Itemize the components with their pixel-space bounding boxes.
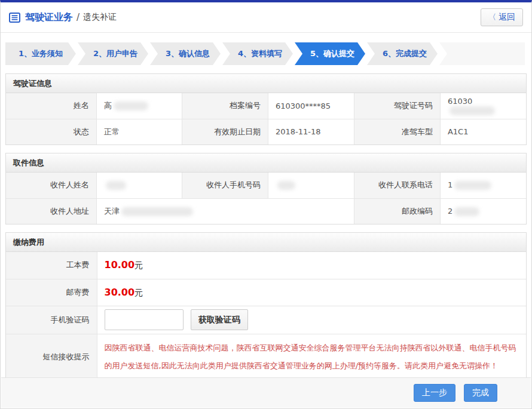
table-row: 短信接收提示 因陕西省联通、电信运营商技术问题，陕西省互联网交通安全综合服务管理… xyxy=(6,334,526,380)
back-button[interactable]: 〈返回 xyxy=(481,8,523,26)
field-label-expiry-date: 有效期止日期 xyxy=(182,119,268,144)
footer-action-bar: 上一步 完成 xyxy=(1,377,531,408)
redacted-value-blur xyxy=(121,207,193,216)
value-text: 正常 xyxy=(104,127,120,136)
value-text: 610300****85 xyxy=(276,102,331,110)
field-sms-code: 获取验证码 xyxy=(97,306,526,334)
value-text: 1 xyxy=(448,180,452,189)
field-sms-notice: 因陕西省联通、电信运营商技术问题，陕西省互联网交通安全综合服务管理平台无法向持陕… xyxy=(97,334,526,380)
section-fees: 缴纳费用 工本费 10.00元 邮寄费 30.00元 手机验证码 获取验证码 短… xyxy=(5,232,527,381)
field-value-name: 高 xyxy=(96,93,182,119)
pickup-table: 收件人姓名 收件人手机号码 收件人联系电话 1 收件人地址 天津 邮政编码 2 xyxy=(6,173,526,224)
field-label-production-fee: 工本费 xyxy=(6,252,97,279)
value-text: 天津 xyxy=(104,207,120,216)
step-wizard: 1、业务须知 2、用户申告 3、确认信息 4、资料填写 5、确认提交 6、完成提… xyxy=(5,42,527,65)
field-value-status: 正常 xyxy=(96,119,182,144)
field-value-file-number: 610300****85 xyxy=(268,93,354,119)
license-table: 姓名 高 档案编号 610300****85 驾驶证号码 61030 状态 正常… xyxy=(6,93,526,144)
breadcrumb-separator: / xyxy=(77,12,80,23)
step-4: 4、资料填写 xyxy=(222,42,293,65)
step-3: 3、确认信息 xyxy=(150,42,221,65)
section-fees-title: 缴纳费用 xyxy=(6,233,526,252)
finish-button[interactable]: 完成 xyxy=(464,384,497,402)
redacted-value-blur xyxy=(277,181,295,190)
field-label-recipient-address: 收件人地址 xyxy=(6,198,96,224)
table-row: 收件人地址 天津 邮政编码 2 xyxy=(6,198,526,224)
section-pickup-info: 取件信息 收件人姓名 收件人手机号码 收件人联系电话 1 收件人地址 天津 邮政… xyxy=(5,153,527,225)
field-label-postage-fee: 邮寄费 xyxy=(6,279,97,306)
table-row: 手机验证码 获取验证码 xyxy=(6,306,526,334)
field-value-license-number: 61030 xyxy=(440,93,526,119)
redacted-value-blur xyxy=(114,102,148,110)
fees-table: 工本费 10.00元 邮寄费 30.00元 手机验证码 获取验证码 短信接收提示… xyxy=(6,252,526,380)
fee-amount: 30.00 xyxy=(105,287,135,298)
field-label-recipient-mobile: 收件人手机号码 xyxy=(182,173,268,198)
list-icon xyxy=(9,13,20,23)
redacted-value-blur xyxy=(454,207,479,216)
sms-code-input[interactable] xyxy=(105,309,184,330)
section-license-info: 驾驶证信息 姓名 高 档案编号 610300****85 驾驶证号码 61030… xyxy=(5,73,527,145)
field-label-name: 姓名 xyxy=(6,93,96,119)
sms-notice-text: 因陕西省联通、电信运营商技术问题，陕西省互联网交通安全综合服务管理平台无法向持陕… xyxy=(105,343,516,370)
page-container: 驾驶证业务 / 遗失补证 〈返回 1、业务须知 2、用户申告 3、确认信息 4、… xyxy=(0,0,532,409)
value-text: 2018-11-18 xyxy=(276,127,321,136)
field-value-recipient-name xyxy=(96,173,182,198)
step-trailing-segment xyxy=(439,42,525,65)
page-title: 驾驶证业务 xyxy=(25,11,73,24)
back-button-label: 返回 xyxy=(499,12,515,23)
field-value-vehicle-class: A1C1 xyxy=(440,119,526,144)
table-row: 邮寄费 30.00元 xyxy=(6,279,526,306)
field-label-postcode: 邮政编码 xyxy=(354,198,440,224)
previous-step-button[interactable]: 上一步 xyxy=(414,384,455,402)
step-2: 2、用户申告 xyxy=(78,42,148,65)
step-6: 6、完成提交 xyxy=(367,42,438,65)
fee-unit: 元 xyxy=(134,288,143,297)
field-value-recipient-phone: 1 xyxy=(440,173,526,198)
value-text: 2 xyxy=(448,207,452,216)
field-label-status: 状态 xyxy=(6,119,96,144)
fee-amount: 10.00 xyxy=(105,259,135,270)
field-value-postcode: 2 xyxy=(440,198,526,224)
field-label-sms-code: 手机验证码 xyxy=(6,306,97,334)
table-row: 工本费 10.00元 xyxy=(6,252,526,279)
table-row: 收件人姓名 收件人手机号码 收件人联系电话 1 xyxy=(6,173,526,198)
value-text: 高 xyxy=(104,101,112,110)
value-text: A1C1 xyxy=(448,127,469,136)
field-value-recipient-mobile xyxy=(268,173,354,198)
field-value-production-fee: 10.00元 xyxy=(97,252,526,279)
field-value-postage-fee: 30.00元 xyxy=(97,279,526,306)
field-value-expiry-date: 2018-11-18 xyxy=(268,119,354,144)
table-row: 状态 正常 有效期止日期 2018-11-18 准驾车型 A1C1 xyxy=(6,119,526,144)
chevron-left-icon: 〈 xyxy=(488,12,496,23)
field-label-license-number: 驾驶证号码 xyxy=(354,93,440,119)
field-label-sms-notice: 短信接收提示 xyxy=(6,334,97,380)
redacted-value-blur xyxy=(106,181,126,190)
step-5-active: 5、确认提交 xyxy=(295,42,365,65)
get-sms-code-button[interactable]: 获取验证码 xyxy=(191,309,248,330)
field-label-recipient-name: 收件人姓名 xyxy=(6,173,96,198)
fee-unit: 元 xyxy=(134,260,143,270)
table-row: 姓名 高 档案编号 610300****85 驾驶证号码 61030 xyxy=(6,93,526,119)
field-label-recipient-phone: 收件人联系电话 xyxy=(354,173,440,198)
redacted-value-blur xyxy=(450,106,495,115)
field-label-vehicle-class: 准驾车型 xyxy=(354,119,440,144)
redacted-value-blur xyxy=(454,181,491,190)
field-label-file-number: 档案编号 xyxy=(182,93,268,119)
section-pickup-title: 取件信息 xyxy=(6,153,526,173)
value-text: 61030 xyxy=(448,97,472,106)
breadcrumb-current: 遗失补证 xyxy=(83,12,117,23)
section-license-title: 驾驶证信息 xyxy=(6,74,526,93)
field-value-recipient-address: 天津 xyxy=(96,198,354,224)
step-1: 1、业务须知 xyxy=(5,42,76,65)
page-header: 驾驶证业务 / 遗失补证 〈返回 xyxy=(1,2,531,33)
